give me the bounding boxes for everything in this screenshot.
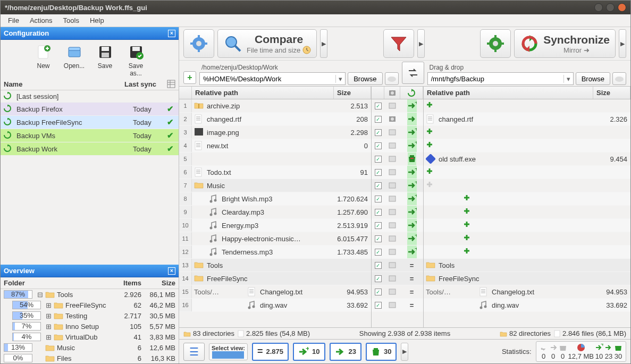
action-cell[interactable]: + [400, 166, 423, 179]
new-config-button[interactable]: New [30, 43, 57, 77]
category-icon[interactable] [384, 139, 400, 152]
include-checkbox[interactable]: ✓ [375, 182, 382, 189]
view-equal-button[interactable]: =2.875 [252, 343, 289, 361]
config-row[interactable]: Backup FreeFileSync Today ✔ [1, 116, 179, 129]
overview-close-icon[interactable]: × [168, 267, 175, 275]
grid-row[interactable]: ding.wav 33.692 [424, 299, 630, 312]
category-icon[interactable] [384, 259, 400, 272]
view-more-button[interactable]: ▶ [401, 343, 408, 361]
grid-row[interactable]: Tools/…Changelog.txt 94.953 [424, 285, 630, 299]
action-cell[interactable]: = [400, 285, 423, 298]
menu-file[interactable]: File [4, 15, 23, 26]
left-header-relpath[interactable]: Relative path [192, 87, 334, 99]
filter-dropdown-button[interactable]: ▶ [417, 29, 425, 58]
grid-row[interactable]: 7 Music [179, 179, 371, 192]
view-update-button[interactable]: 23 [330, 343, 361, 361]
overview-row[interactable]: 54% ⊞ FreeFileSync 62 46,2 MB [1, 300, 179, 310]
category-icon[interactable] [384, 219, 400, 232]
grid-row[interactable]: 3 image.png 2.298 [179, 126, 371, 139]
include-checkbox[interactable]: ✓ [375, 156, 382, 163]
right-header-size[interactable]: Size [593, 87, 630, 99]
action-cell[interactable]: + [400, 126, 423, 139]
include-checkbox[interactable]: ✓ [375, 222, 382, 229]
overview-row[interactable]: 87% ⊟ Tools 2.926 86,1 MB [1, 289, 179, 300]
synchronize-button[interactable]: Synchronize Mirror ➜ [514, 29, 616, 58]
action-cell[interactable]: = [400, 299, 423, 311]
category-icon[interactable] [384, 232, 400, 245]
compare-settings-button[interactable] [183, 29, 214, 58]
action-cell[interactable]: + [400, 99, 423, 112]
config-row[interactable]: [Last session] [1, 90, 179, 103]
category-icon[interactable] [384, 272, 400, 285]
tree-expand-icon[interactable]: ⊞ [43, 301, 54, 309]
category-icon[interactable] [384, 126, 400, 139]
right-path-input[interactable]: ▾ [427, 72, 574, 85]
grid-row[interactable] [424, 219, 630, 232]
config-row[interactable]: Backup VMs Today ✔ [1, 129, 179, 142]
view-create-button[interactable]: +10 [293, 343, 325, 361]
include-checkbox[interactable]: ✓ [375, 302, 382, 309]
left-cloud-button[interactable] [385, 72, 399, 85]
category-icon[interactable] [384, 99, 400, 112]
include-checkbox[interactable]: ✓ [375, 169, 382, 176]
tree-expand-icon[interactable]: ⊞ [43, 333, 54, 341]
category-icon[interactable] [384, 113, 400, 125]
grid-row[interactable]: 5 [179, 153, 371, 166]
sync-settings-button[interactable] [480, 29, 511, 58]
config-column-chooser-icon[interactable] [167, 80, 175, 88]
grid-row[interactable]: 16 ding.wav 33.692 [179, 299, 371, 312]
category-icon[interactable] [384, 153, 400, 165]
config-header-lastsync[interactable]: Last sync [124, 80, 167, 88]
grid-row[interactable]: 15 Tools/…Changelog.txt 94.953 [179, 285, 371, 299]
overview-header-items[interactable]: Items [113, 279, 141, 287]
grid-row[interactable] [424, 246, 630, 259]
action-cell[interactable]: + [400, 179, 423, 192]
action-cell[interactable]: + [400, 206, 423, 218]
grid-row[interactable] [424, 192, 630, 206]
include-checkbox[interactable]: ✓ [375, 142, 382, 149]
tree-expand-icon[interactable]: ⊟ [35, 291, 45, 299]
left-header-size[interactable]: Size [334, 87, 371, 99]
maximize-button[interactable] [606, 3, 615, 12]
view-toggle-button[interactable]: ☰ [183, 343, 205, 361]
view-delete-button[interactable]: 30 [366, 343, 397, 361]
compare-button[interactable]: Compare File time and size [217, 29, 317, 58]
chevron-down-icon[interactable]: ▾ [563, 75, 573, 83]
include-checkbox[interactable]: ✓ [375, 103, 382, 109]
include-checkbox[interactable]: ✓ [375, 249, 382, 256]
action-cell[interactable]: = [400, 272, 423, 285]
grid-row[interactable]: 12 Tenderness.mp3 1.733.485 [179, 246, 371, 259]
include-checkbox[interactable]: ✓ [375, 275, 382, 282]
tree-expand-icon[interactable]: ⊞ [43, 323, 54, 331]
include-checkbox[interactable]: ✓ [375, 289, 382, 295]
right-header-relpath[interactable]: Relative path [424, 87, 593, 99]
overview-row[interactable]: 35% ⊞ Testing 2.717 30,5 MB [1, 310, 179, 321]
overview-row[interactable]: 0% Files 6 16,3 KB [1, 353, 179, 363]
sync-dropdown-button[interactable]: ▶ [619, 29, 626, 58]
action-cell[interactable] [400, 113, 423, 125]
save-as-config-button[interactable]: Save as... [122, 43, 150, 77]
grid-row[interactable]: 6 Todo.txt 91 [179, 166, 371, 179]
menu-help[interactable]: Help [86, 15, 108, 26]
category-icon[interactable] [384, 299, 400, 311]
category-icon[interactable] [384, 246, 400, 258]
grid-row[interactable] [424, 126, 630, 139]
config-header-name[interactable]: Name [4, 80, 124, 88]
config-row[interactable]: Backup Firefox Today ✔ [1, 103, 179, 116]
category-icon[interactable] [384, 179, 400, 192]
grid-row[interactable]: Tools [424, 259, 630, 272]
grid-row[interactable]: 14 FreeFileSync [179, 272, 371, 285]
grid-row[interactable] [424, 139, 630, 153]
grid-row[interactable]: 1 archive.zip 2.513 [179, 99, 371, 113]
grid-row[interactable]: 11 Happy-electronic-music… 6.015.477 [179, 232, 371, 246]
category-icon[interactable] [384, 192, 400, 205]
category-icon[interactable] [384, 206, 400, 218]
add-folder-pair-button[interactable]: + [183, 71, 196, 84]
grid-row[interactable] [424, 166, 630, 179]
left-browse-button[interactable]: Browse [348, 72, 382, 85]
include-checkbox[interactable]: ✓ [375, 129, 382, 136]
grid-row[interactable] [424, 232, 630, 246]
action-header-icon[interactable] [407, 89, 416, 97]
config-row[interactable]: Backup Work Today ✔ [1, 142, 179, 156]
configuration-close-icon[interactable]: × [168, 30, 175, 37]
